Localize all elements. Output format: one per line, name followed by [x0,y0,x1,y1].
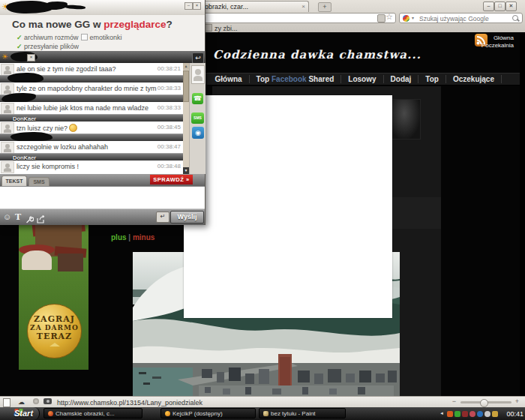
window-minimize-button[interactable]: – [483,2,494,11]
game-ad-banner[interactable]: ZAGRAJ ZA DARMO TERAZ portmmo [19,225,88,370]
new-tab-button[interactable]: + [318,2,332,12]
promo-feature-pliki: ✓ przesyłanie plików [16,43,79,50]
checkbox-icon[interactable] [81,34,88,40]
nav-facebook-word: Facebook [272,75,307,83]
bookmark-star-icon[interactable]: ☆ [386,12,393,22]
system-tray: ◄ 00:41 [442,407,524,420]
zoom-slider[interactable] [460,401,512,404]
scroll-up-icon[interactable]: ▲ [183,63,189,70]
nav-oczekujace[interactable]: Oczekujące [446,75,502,83]
emoticon-icon [69,124,77,132]
link-glowna[interactable]: Główna [482,34,514,42]
start-button[interactable]: Start [0,407,40,420]
voice-call-icon[interactable]: ☎ [192,93,203,104]
window-maximize-button[interactable]: □ [494,2,506,11]
promo-feature-archiwum: ✓ archiwum rozmów [16,34,79,41]
search-box[interactable]: ▾ [399,13,523,23]
tray-icon-7[interactable] [492,411,498,417]
gg-promo-banner[interactable]: Co ma nowe GG w przeglądarce? ✓ archiwum… [0,15,205,52]
tray-icon-5[interactable] [477,411,483,417]
emoticon-picker-icon[interactable]: ☺ [3,212,11,221]
window-close-button[interactable]: ✕ [506,2,517,11]
link-poczekalnia[interactable]: Poczekalnia [482,42,514,50]
camera-icon[interactable] [44,398,52,406]
taskbar-item-gg[interactable]: KejcikP (dostępny) [160,408,256,418]
redacted-sender-scribble [8,73,44,83]
addon-icon[interactable] [33,398,39,406]
sidebar-thumbnail-image[interactable] [391,99,421,140]
nav-top[interactable]: Top [418,75,446,83]
message-input-area[interactable] [0,186,205,209]
site-title: Codzienna dawka chamstwa... [213,48,422,62]
nav-glowna[interactable]: Główna [208,75,249,83]
gg-status-icon [165,411,170,416]
bookmark-label: zy zbi... [214,25,238,32]
chat-message: nei lubie lubie jak ktos ma nade mna wla… [0,102,183,114]
paint-icon [263,411,268,416]
chevron-up-icon [50,343,60,346]
cloud-icon[interactable]: ☁ [18,398,25,406]
wrench-icon[interactable] [26,213,34,226]
promo-title: Co ma nowe GG w przeglądarce? [12,19,172,30]
zoom-out-icon[interactable]: − [452,398,456,405]
promo-feature-emotikonki: emotikonki [81,34,122,41]
search-input[interactable] [418,14,509,23]
vote-minus-link[interactable]: minus [133,233,154,242]
tray-icon-3[interactable] [462,411,468,417]
paint-window-canvas[interactable] [184,95,392,318]
bookmarks-bar-item[interactable]: zy zbi... [205,24,238,32]
gg-sun-icon: ☀ [2,52,8,62]
share-icon[interactable] [37,213,46,226]
browser-tab[interactable]: obrazki, czar... × [197,1,309,12]
vote-plus-link[interactable]: plus [111,233,127,242]
font-icon[interactable]: T [15,212,21,222]
send-on-enter-icon[interactable]: ↵ [156,212,170,223]
webcam-icon[interactable]: ◉ [192,127,204,139]
check-icon: ✓ [16,43,24,50]
taskbar-item-paint[interactable]: bez tytułu - Paint [259,408,346,418]
browser-status-bar: ☁ http://www.chamsko.pl/13154/Lany_ponie… [0,396,525,408]
tray-icon-4[interactable] [470,411,476,417]
tray-icon-2[interactable] [454,411,460,417]
tray-icon-1[interactable] [447,411,453,417]
search-engine-dropdown-icon[interactable]: ▾ [412,15,414,20]
search-icon[interactable] [512,15,518,21]
chat-close-icon[interactable]: × [27,54,35,62]
taskbar: Start Chamskie obrazki, c... KejcikP (do… [0,407,525,420]
sms-icon[interactable]: SMS [191,112,204,124]
tray-icon-6[interactable] [484,411,490,417]
ad-village-house2 [58,254,83,272]
chat-expand-icon[interactable]: ↩ [192,52,204,64]
nav-dodaj[interactable]: Dodaj [384,75,419,83]
gg-minimize-button[interactable]: – [184,2,193,10]
chat-message-list: ale on sie z tym nie zgodzil taaa? 00:38… [0,63,205,174]
vote-links: plus | minus [111,233,154,242]
tab-close-icon[interactable]: × [302,3,305,10]
taskbar-clock: 00:41 [506,410,524,418]
zoom-in-icon[interactable]: + [515,398,519,405]
scroll-down-icon[interactable]: ▼ [183,167,189,174]
ad-mill [22,250,52,270]
chat-message: szczegolnie w lozku ahahahah 00:38:47 [0,141,183,153]
send-button[interactable]: Wyślij [170,211,204,224]
tab-title: obrazki, czar... [205,3,248,10]
sprawdz-button[interactable]: SPRAWDŹ » [150,175,193,184]
zoom-slider-knob[interactable] [480,399,488,407]
avatar [1,103,14,115]
taskbar-item-browser[interactable]: Chamskie obrazki, c... [44,408,142,418]
scrollbar-thumb[interactable] [183,70,189,102]
page-action-icon[interactable] [377,14,386,22]
gg-chat-window: ☀ – × Co ma nowe GG w przeglądarce? ✓ ar… [0,0,206,225]
avatar [1,122,14,134]
chat-message: liczy sie kompromis ! 00:38:48 [0,160,183,174]
contact-avatar [191,65,205,84]
chat-scrollbar[interactable]: ▲ ▼ [183,63,189,174]
nav-losowy[interactable]: Losowy [341,75,383,83]
nav-top-facebook-shared[interactable]: Top Facebook Shared [250,75,342,83]
gg-titlebar[interactable]: ☀ – × [0,0,205,16]
google-icon [403,15,410,22]
gg-close-button[interactable]: × [193,2,201,10]
tray-collapse-icon[interactable]: ◄ [440,411,444,416]
tab-tekst[interactable]: TEKST [2,176,27,187]
ad-cta-badge[interactable]: ZAGRAJ ZA DARMO TERAZ [27,304,82,358]
